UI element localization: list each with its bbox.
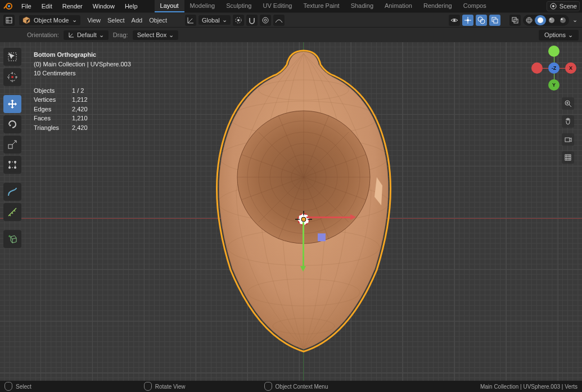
navigation-gizmo[interactable]: -Z Y X [534,48,574,88]
svg-rect-14 [494,19,498,23]
tab-shading[interactable]: Shading [345,0,379,12]
tab-modeling[interactable]: Modeling [184,0,221,12]
tab-layout[interactable]: Layout [155,0,184,12]
toggle-xray-icon[interactable] [509,15,521,26]
scene-selector[interactable]: Scene [547,1,580,11]
zoom-icon[interactable] [562,97,574,110]
stat-triangles-value: 2,420 [72,123,100,133]
menu-view[interactable]: View [85,15,103,25]
pan-icon[interactable] [562,115,574,128]
move-gizmo-x-arrow[interactable] [306,217,351,218]
drag-label: Drag: [113,31,128,38]
menu-window[interactable]: Window [88,1,119,11]
stat-faces-label: Faces [34,114,65,123]
gizmo-axis-y-pos[interactable] [548,46,560,57]
gizmo-axis-y-neg[interactable]: Y [548,79,560,91]
menu-render[interactable]: Render [58,1,87,11]
chevron-down-icon: ⌄ [568,31,573,39]
gizmo-toggle-icon[interactable] [462,15,473,26]
overlay-toggle-icon[interactable] [476,15,487,26]
shading-rendered-icon[interactable] [557,15,569,25]
status-bar: Select Rotate View Object Context Menu M… [0,381,582,392]
svg-point-9 [453,19,455,21]
gizmo-axis-x-pos[interactable]: X [565,62,576,74]
tab-uv-editing[interactable]: UV Editing [257,0,297,12]
tool-add-cube[interactable] [3,230,21,248]
viewport-header: Object Mode ⌄ View Select Add Object Glo… [0,13,582,28]
chevron-down-icon: ⌄ [222,16,227,24]
left-toolbar [3,48,21,248]
viewport-overlay-text: Bottom Orthographic (0) Main Collection … [34,50,131,132]
workspace-tabs: Layout Modeling Sculpting UV Editing Tex… [155,0,492,12]
drag-dropdown[interactable]: Select Box ⌄ [133,30,179,40]
tab-texture-paint[interactable]: Texture Paint [297,0,345,12]
tool-cursor[interactable] [3,68,21,86]
menu-edit[interactable]: Edit [37,1,57,11]
move-gizmo-plane-handle[interactable] [318,233,326,241]
tab-rendering[interactable]: Rendering [418,0,458,12]
mouse-right-icon [264,382,272,391]
tool-scale[interactable] [3,136,21,154]
pivot-icon[interactable] [233,15,244,26]
tab-compositing[interactable]: Compos [458,0,492,12]
viewport-3d[interactable]: Bottom Orthographic (0) Main Collection … [0,42,582,381]
mesh-object-uvsphere[interactable] [208,45,399,354]
mouse-left-icon [4,382,12,391]
status-scene-path: Main Collection | UVSphere.003 | Verts [480,384,578,390]
svg-point-18 [526,19,532,21]
shading-material-icon[interactable] [546,15,557,25]
xray-toggle-icon[interactable] [489,15,500,26]
viewport-nav-buttons [562,97,574,164]
menu-select[interactable]: Select [105,15,127,25]
mode-selector[interactable]: Object Mode ⌄ [19,15,80,25]
tool-move[interactable] [3,95,21,113]
svg-rect-51 [565,155,571,160]
menu-add[interactable]: Add [129,15,145,25]
scene-icon [549,2,557,10]
grid-scale: 10 Centimeters [34,69,131,78]
menu-object[interactable]: Object [147,15,169,25]
orientation-dropdown[interactable]: Global ⌄ [198,15,231,25]
status-select: Select [4,382,31,391]
tool-transform[interactable] [3,156,21,174]
stat-objects-value: 1 / 2 [72,86,100,96]
svg-rect-4 [6,17,12,23]
menu-file[interactable]: File [17,1,36,11]
status-rotate: Rotate View [144,382,186,391]
editor-type-icon[interactable] [3,15,15,26]
drag-value: Select Box [137,31,167,38]
svg-point-1 [8,5,10,7]
shading-wireframe-icon[interactable] [524,15,535,25]
transform-orientation-icon[interactable] [185,15,196,26]
tab-sculpting[interactable]: Sculpting [220,0,257,12]
tool-rotate[interactable] [3,115,21,133]
menu-help[interactable]: Help [120,1,142,11]
orientation-value: Global [202,17,220,24]
svg-point-22 [550,18,552,20]
orientation-dropdown-2[interactable]: Default ⌄ [64,30,109,40]
visibility-icon[interactable] [449,15,460,26]
options-dropdown[interactable]: Options ⌄ [539,30,579,40]
tool-select-box[interactable] [3,48,21,66]
stat-edges-value: 2,420 [72,105,100,114]
tool-annotate[interactable] [3,183,21,201]
shading-solid-icon[interactable] [535,15,546,25]
snap-icon[interactable] [246,15,258,26]
shading-group [523,15,569,26]
gizmo-axis-x-neg[interactable] [531,62,543,74]
blender-logo-icon[interactable] [2,1,13,12]
proportional-icon[interactable] [260,15,271,26]
move-gizmo-y-arrow[interactable] [303,222,304,267]
mouse-middle-icon [144,382,152,391]
options-label: Options [544,31,566,38]
chevron-down-icon[interactable]: ⌄ [571,16,579,24]
proportional-falloff-icon[interactable] [273,15,285,26]
svg-point-48 [14,166,16,169]
perspective-icon[interactable] [562,151,574,164]
tab-animation[interactable]: Animation [379,0,418,12]
camera-icon[interactable] [562,133,574,146]
tool-measure[interactable] [3,203,21,221]
gizmo-axis-z-neg[interactable]: -Z [548,62,560,74]
orientation-label: Orientation: [27,31,59,38]
svg-point-39 [301,217,306,222]
